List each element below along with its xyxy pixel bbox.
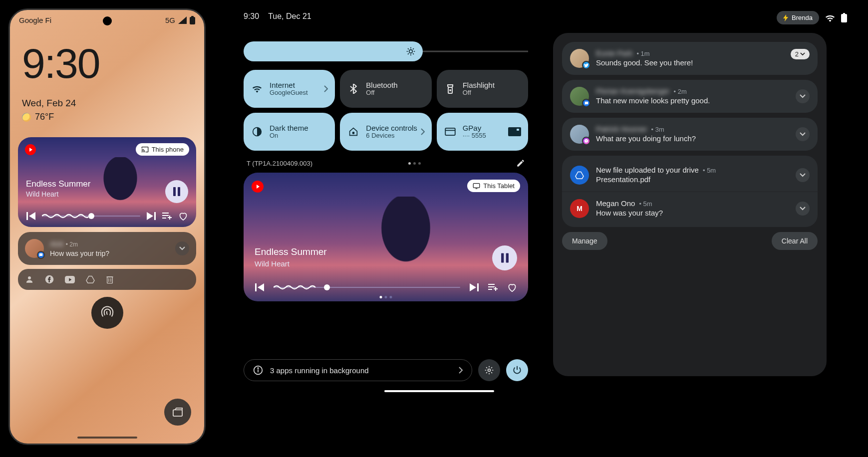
notif-time: 3m bbox=[651, 126, 664, 133]
tile-sub: GoogleGuest bbox=[270, 89, 308, 97]
cast-target-label: This phone bbox=[152, 146, 184, 153]
svg-rect-33 bbox=[506, 253, 508, 262]
svg-rect-4 bbox=[26, 212, 28, 220]
media-artist: Wild Heart bbox=[255, 259, 289, 268]
sender-avatar bbox=[570, 125, 589, 144]
user-name: Brenda bbox=[792, 14, 813, 21]
svg-rect-0 bbox=[190, 17, 195, 24]
card-brand-icon bbox=[508, 127, 521, 136]
notif-message: That new movie looks pretty good. bbox=[596, 96, 789, 105]
messages-app-badge bbox=[37, 251, 45, 259]
edit-tiles-button[interactable] bbox=[516, 159, 525, 168]
favorite-button[interactable] bbox=[178, 211, 188, 221]
tile-dark-theme[interactable]: Dark themeOn bbox=[244, 113, 335, 151]
carrier-label: Google Fi bbox=[19, 16, 51, 24]
tile-sub: ···· 5555 bbox=[463, 132, 486, 140]
tile-label: Dark theme bbox=[270, 124, 308, 132]
messages-badge bbox=[582, 99, 590, 107]
pause-button[interactable] bbox=[492, 245, 517, 270]
media-progress[interactable] bbox=[42, 216, 140, 217]
notification-item[interactable]: New file uploaded to your drive5m Presen… bbox=[562, 158, 818, 192]
settings-button[interactable] bbox=[478, 359, 500, 381]
sender-avatar bbox=[570, 87, 589, 106]
tile-label: GPay bbox=[463, 124, 486, 132]
manage-notifications-button[interactable]: Manage bbox=[562, 232, 607, 250]
notif-message: Presentation.pdf bbox=[596, 175, 789, 184]
signal-icon bbox=[178, 16, 187, 24]
add-to-playlist-button[interactable] bbox=[162, 211, 172, 221]
quick-settings-panel: InternetGoogleGuest BluetoothOff Flashli… bbox=[244, 40, 528, 301]
tile-bluetooth[interactable]: BluetoothOff bbox=[340, 70, 431, 108]
power-icon bbox=[513, 365, 522, 375]
tablet-nav-handle[interactable] bbox=[384, 390, 494, 392]
notification-item[interactable]: Florian Koenigsberger2m That new movie l… bbox=[562, 80, 818, 113]
notif-sender: Patrick Hosmer bbox=[596, 125, 647, 133]
clear-all-button[interactable]: Clear All bbox=[772, 232, 818, 250]
tile-internet[interactable]: InternetGoogleGuest bbox=[244, 70, 335, 108]
notif-sender: Eunie Park bbox=[596, 49, 632, 57]
notif-count-chip[interactable]: 2 bbox=[791, 49, 810, 59]
pause-button[interactable] bbox=[165, 180, 188, 203]
notif-time: 1m bbox=[636, 50, 649, 57]
notification-item[interactable]: Patrick Hosmer3m What are you doing for … bbox=[562, 118, 818, 151]
notification-panel: Eunie Park1m Sounds good. See you there!… bbox=[553, 33, 827, 376]
cast-chip[interactable]: This phone bbox=[136, 143, 189, 156]
expand-button[interactable] bbox=[175, 241, 189, 255]
previous-track-button[interactable] bbox=[26, 211, 36, 221]
phone-media-card[interactable]: This phone Endless Summer Wild Heart bbox=[18, 137, 196, 227]
messenger-badge bbox=[582, 137, 590, 145]
power-button[interactable] bbox=[506, 359, 528, 381]
wifi-icon bbox=[252, 85, 263, 93]
delete-icon bbox=[106, 275, 114, 284]
media-title: Endless Summer bbox=[26, 179, 90, 189]
notif-time: • 2m bbox=[66, 241, 78, 248]
youtube-music-icon bbox=[25, 144, 36, 155]
user-chip[interactable]: Brenda bbox=[777, 11, 819, 24]
background-apps-pill[interactable]: 3 apps running in background bbox=[244, 359, 472, 381]
svg-rect-3 bbox=[178, 187, 180, 196]
wallet-button[interactable] bbox=[164, 399, 191, 426]
flashlight-icon bbox=[445, 84, 456, 94]
tile-flashlight[interactable]: FlashlightOff bbox=[437, 70, 528, 108]
favorite-button[interactable] bbox=[507, 282, 517, 292]
next-track-button[interactable] bbox=[469, 282, 479, 292]
svg-rect-32 bbox=[501, 253, 504, 262]
facebook-icon bbox=[45, 275, 54, 284]
notif-time: 5m bbox=[639, 200, 652, 208]
add-to-playlist-button[interactable] bbox=[488, 282, 498, 292]
tablet-status-bar-left: 9:30 Tue, Dec 21 bbox=[244, 12, 311, 21]
tile-label: Flashlight bbox=[463, 81, 495, 89]
tile-device-controls[interactable]: Device controls6 Devices bbox=[340, 113, 431, 151]
notification-item[interactable]: M Megan Ono5m How was your stay? bbox=[562, 192, 818, 225]
cast-chip[interactable]: This Tablet bbox=[467, 180, 520, 192]
notification-item[interactable]: Eunie Park1m Sounds good. See you there!… bbox=[562, 42, 818, 75]
fingerprint-icon bbox=[100, 305, 115, 320]
svg-rect-29 bbox=[517, 129, 519, 131]
media-artist: Wild Heart bbox=[26, 190, 58, 198]
fingerprint-button[interactable] bbox=[91, 297, 123, 329]
sender-avatar bbox=[25, 239, 44, 258]
tile-gpay[interactable]: GPay···· 5555 bbox=[437, 113, 528, 151]
lockscreen-weather[interactable]: 76°F bbox=[22, 112, 192, 122]
brightness-slider[interactable] bbox=[244, 40, 528, 63]
phone-notification[interactable]: Alok • 2m How was your trip? bbox=[18, 232, 196, 265]
notification-shelf[interactable] bbox=[18, 269, 196, 290]
nav-handle[interactable] bbox=[77, 437, 137, 439]
youtube-icon bbox=[65, 276, 75, 283]
notif-time: 2m bbox=[674, 88, 687, 95]
info-icon bbox=[253, 365, 263, 375]
page-indicator bbox=[408, 162, 421, 165]
next-track-button[interactable] bbox=[146, 211, 156, 221]
tile-label: Internet bbox=[270, 81, 308, 89]
expand-button[interactable] bbox=[796, 89, 810, 103]
drive-app-icon bbox=[570, 166, 589, 185]
tablet-status-bar-right: Brenda bbox=[777, 11, 847, 24]
tablet-media-card[interactable]: This Tablet Endless Summer Wild Heart bbox=[244, 173, 528, 301]
dark-theme-icon bbox=[252, 127, 263, 137]
notification-group: New file uploaded to your drive5m Presen… bbox=[562, 156, 818, 227]
expand-button[interactable] bbox=[796, 168, 810, 182]
expand-button[interactable] bbox=[796, 127, 810, 141]
expand-button[interactable] bbox=[796, 202, 810, 216]
media-progress[interactable] bbox=[274, 287, 460, 288]
previous-track-button[interactable] bbox=[255, 282, 265, 292]
